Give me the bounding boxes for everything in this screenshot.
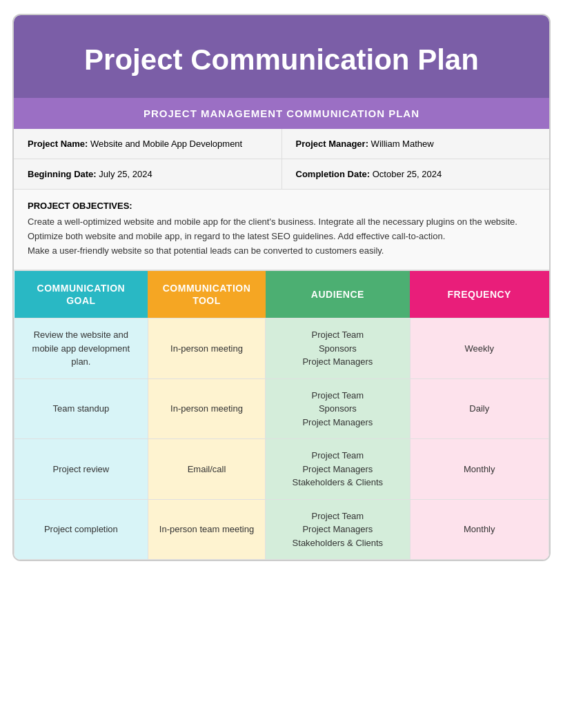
completion-date-value: October 25, 2024 xyxy=(373,169,442,179)
row-0-tool: In-person meeting xyxy=(148,318,266,379)
th-goal: COMMUNICATION GOAL xyxy=(14,271,148,318)
info-section: Project Name: Website and Mobile App Dev… xyxy=(14,129,549,190)
row-2-tool: Email/call xyxy=(148,439,266,500)
communication-table: COMMUNICATION GOAL COMMUNICATION TOOL AU… xyxy=(14,271,549,560)
project-manager-label: Project Manager: xyxy=(296,139,368,149)
info-row-2: Beginning Date: July 25, 2024 Completion… xyxy=(14,159,549,190)
row-0-goal: Review the website and mobile app develo… xyxy=(14,318,148,379)
row-3-tool: In-person team meeting xyxy=(148,499,266,560)
sub-header: PROJECT MANAGEMENT COMMUNICATION PLAN xyxy=(14,98,549,129)
project-manager-value: William Mathew xyxy=(371,139,434,149)
th-audience: AUDIENCE xyxy=(266,271,410,318)
row-2-goal: Project review xyxy=(14,439,148,500)
row-3-frequency: Monthly xyxy=(410,499,549,560)
row-1-frequency: Daily xyxy=(410,378,549,439)
row-1-tool: In-person meeting xyxy=(148,378,266,439)
project-name-value: Website and Mobile App Development xyxy=(90,139,242,149)
beginning-date-cell: Beginning Date: July 25, 2024 xyxy=(14,159,282,189)
sub-header-text: PROJECT MANAGEMENT COMMUNICATION PLAN xyxy=(144,108,419,119)
completion-date-label: Completion Date: xyxy=(296,169,371,179)
beginning-date-value: July 25, 2024 xyxy=(99,169,152,179)
page-container: Project Communication Plan PROJECT MANAG… xyxy=(12,14,551,561)
th-tool: COMMUNICATION TOOL xyxy=(148,271,266,318)
objectives-section: PROJECT OBJECTIVES: Create a well-optimi… xyxy=(14,190,549,270)
objectives-text: Create a well-optimized website and mobi… xyxy=(28,215,535,258)
objectives-title: PROJECT OBJECTIVES: xyxy=(28,201,535,211)
project-manager-cell: Project Manager: William Mathew xyxy=(282,129,550,159)
header: Project Communication Plan xyxy=(14,15,549,98)
table-row: Project completionIn-person team meeting… xyxy=(14,499,549,560)
row-3-goal: Project completion xyxy=(14,499,148,560)
table-header-row: COMMUNICATION GOAL COMMUNICATION TOOL AU… xyxy=(14,271,549,318)
table-row: Project reviewEmail/callProject TeamProj… xyxy=(14,439,549,500)
row-2-audience: Project TeamProject ManagersStakeholders… xyxy=(266,439,410,500)
th-frequency: FREQUENCY xyxy=(410,271,549,318)
info-row-1: Project Name: Website and Mobile App Dev… xyxy=(14,129,549,159)
row-0-frequency: Weekly xyxy=(410,318,549,379)
table-row: Team standupIn-person meetingProject Tea… xyxy=(14,378,549,439)
project-name-label: Project Name: xyxy=(28,139,88,149)
row-3-audience: Project TeamProject ManagersStakeholders… xyxy=(266,499,410,560)
completion-date-cell: Completion Date: October 25, 2024 xyxy=(282,159,550,189)
row-1-goal: Team standup xyxy=(14,378,148,439)
table-row: Review the website and mobile app develo… xyxy=(14,318,549,379)
beginning-date-label: Beginning Date: xyxy=(28,169,97,179)
header-title: Project Communication Plan xyxy=(34,43,529,77)
row-2-frequency: Monthly xyxy=(410,439,549,500)
row-1-audience: Project TeamSponsorsProject Managers xyxy=(266,378,410,439)
project-name-cell: Project Name: Website and Mobile App Dev… xyxy=(14,129,282,159)
row-0-audience: Project TeamSponsorsProject Managers xyxy=(266,318,410,379)
